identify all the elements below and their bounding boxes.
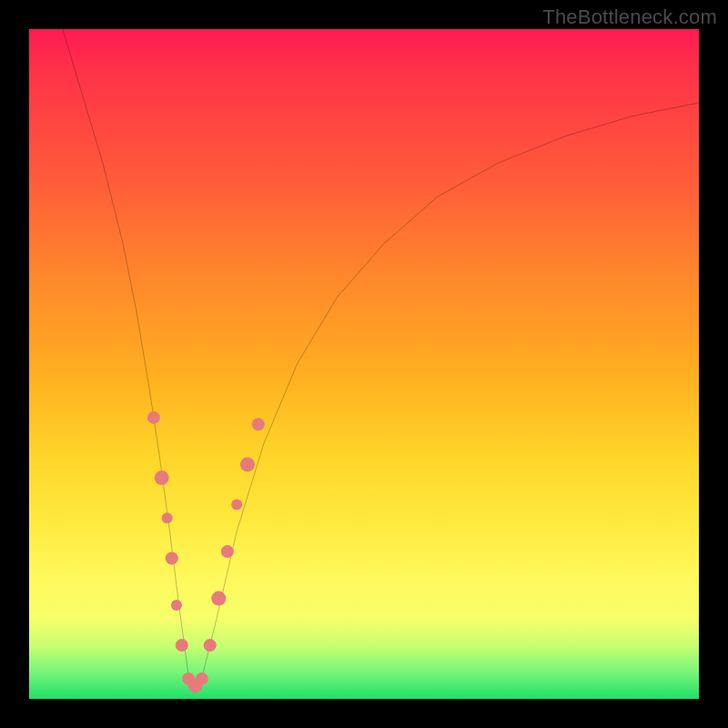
highlight-bead [211, 592, 226, 606]
bottleneck-curve [63, 29, 699, 685]
highlight-bead [155, 470, 169, 485]
highlight-bead [221, 545, 234, 558]
highlight-bead [204, 639, 217, 652]
highlight-bead [252, 418, 265, 430]
plot-area [29, 29, 699, 699]
highlight-bead [176, 639, 188, 652]
highlight-bead [162, 512, 173, 523]
highlight-bead [240, 457, 255, 471]
highlight-bead [166, 551, 178, 564]
highlight-beads [147, 411, 265, 693]
highlight-bead [171, 600, 182, 611]
highlight-bead [147, 411, 160, 424]
highlight-bead [231, 500, 242, 511]
highlight-bead [196, 672, 208, 685]
bottleneck-curve-svg [29, 29, 699, 699]
watermark-text: TheBottleneck.com [542, 5, 717, 29]
chart-frame: TheBottleneck.com [0, 0, 728, 728]
